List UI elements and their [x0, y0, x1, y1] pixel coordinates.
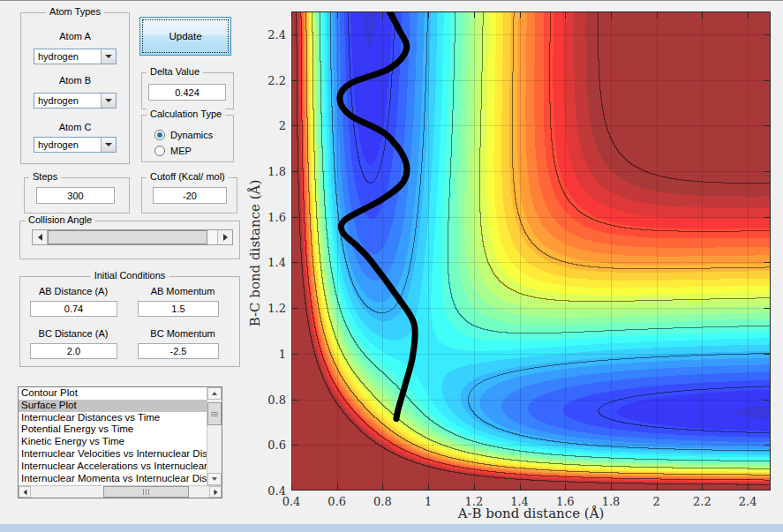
left-arrow-icon [23, 489, 26, 494]
collision-angle-title: Collision Angle [25, 214, 95, 225]
dropdown-arrow-icon[interactable] [101, 94, 116, 108]
slider-thumb[interactable] [48, 230, 207, 244]
ab-distance-field[interactable] [30, 301, 117, 317]
right-arrow-icon [214, 489, 217, 494]
collision-angle-slider[interactable] [32, 229, 233, 245]
dropdown-arrow-icon[interactable] [101, 138, 116, 152]
y-tick-label: 0.8 [267, 393, 286, 406]
contour-plot-canvas [291, 11, 771, 491]
delta-value-title: Delta Value [147, 66, 203, 77]
atom-b-label: Atom B [21, 75, 129, 86]
radio-mep[interactable]: MEP [154, 145, 192, 157]
horizontal-scrollbar[interactable] [19, 485, 222, 498]
scroll-up-button[interactable] [207, 387, 222, 400]
y-tick-label: 2.4 [267, 27, 286, 41]
right-arrow-icon [223, 234, 228, 241]
atom-types-title: Atom Types [46, 6, 104, 17]
y-tick-label: 2.2 [267, 73, 286, 86]
list-item[interactable]: Kinetic Energy vs Time [19, 436, 207, 448]
list-item[interactable]: Internuclear Distances vs Time [19, 412, 207, 424]
atom-c-value: hydrogen [34, 139, 101, 150]
app-window: Atom Types Atom A hydrogen Atom B hydrog… [0, 0, 783, 532]
list-item[interactable]: Surface Plot [19, 400, 207, 412]
down-arrow-icon [212, 477, 217, 481]
ab-momentum-label: AB Momentum [137, 286, 229, 296]
scroll-left-button[interactable] [19, 486, 31, 498]
y-tick-label: 1.2 [267, 302, 286, 315]
window-top-border [0, 0, 783, 1]
calculation-type-title: Calculation Type [147, 109, 225, 119]
list-item[interactable]: Internuclear Velocities vs Internuclear … [19, 448, 207, 461]
y-tick-label: 0.6 [267, 438, 286, 452]
slider-right-arrow-button[interactable] [217, 230, 232, 244]
radio-dynamics-label: Dynamics [170, 130, 213, 140]
up-arrow-icon [212, 392, 217, 395]
slider-left-arrow-button[interactable] [33, 230, 48, 244]
horizontal-scrollbar-thumb[interactable] [103, 486, 189, 498]
atom-types-panel: Atom Types Atom A hydrogen Atom B hydrog… [20, 12, 130, 164]
scroll-right-button[interactable] [209, 486, 222, 498]
atom-a-label: Atom A [21, 31, 129, 41]
thumb-grip-icon [143, 489, 149, 495]
atom-c-label: Atom C [21, 122, 129, 132]
bc-momentum-label: BC Momentum [137, 328, 229, 339]
vertical-scrollbar-thumb[interactable] [207, 402, 222, 425]
ab-momentum-field[interactable] [138, 301, 219, 317]
radio-dynamics[interactable]: Dynamics [154, 129, 213, 141]
y-tick-label: 1.4 [267, 256, 286, 269]
initial-conditions-title: Initial Conditions [91, 270, 169, 281]
cutoff-panel: Cutoff (Kcal/ mol) [141, 177, 237, 214]
calculation-type-panel: Calculation Type Dynamics MEP [141, 115, 234, 162]
bc-distance-field[interactable] [30, 343, 117, 359]
scroll-down-button[interactable] [207, 473, 222, 485]
window-bottom-band [0, 524, 783, 532]
y-tick-label: 1 [279, 347, 286, 360]
list-item[interactable]: Potential Energy vs Time [19, 423, 207, 436]
radio-selected-icon[interactable] [154, 130, 165, 140]
plot-type-list-items: Contour PlotSurface PlotInternuclear Dis… [19, 387, 207, 485]
y-axis-label: B-C bond distance (Å) [247, 180, 263, 327]
delta-value-field[interactable] [148, 84, 226, 101]
radio-unselected-icon[interactable] [154, 146, 165, 156]
atom-a-dropdown[interactable]: hydrogen [34, 49, 117, 64]
x-axis-label: A-B bond distance (Å) [291, 506, 771, 521]
thumb-grip-icon [211, 412, 218, 416]
bc-momentum-field[interactable] [138, 343, 219, 359]
atom-b-value: hydrogen [34, 95, 101, 106]
bc-distance-label: BC Distance (A) [27, 328, 119, 339]
steps-panel: Steps [24, 177, 130, 214]
plot-type-listbox[interactable]: Contour PlotSurface PlotInternuclear Dis… [18, 386, 222, 498]
update-button[interactable]: Update [139, 17, 231, 56]
atom-a-value: hydrogen [34, 51, 101, 62]
steps-title: Steps [29, 171, 61, 182]
y-tick-label: 2 [279, 119, 286, 132]
radio-mep-label: MEP [170, 146, 192, 156]
list-item[interactable]: Internuclear Accelerations vs Internucle… [19, 461, 207, 473]
ab-distance-label: AB Distance (A) [27, 286, 119, 296]
y-tick-label: 0.4 [267, 484, 286, 498]
cutoff-title: Cutoff (Kcal/ mol) [147, 171, 229, 182]
list-item[interactable]: Internuclear Momenta vs Internuclear Dis… [19, 473, 207, 485]
left-arrow-icon [38, 234, 42, 241]
atom-c-dropdown[interactable]: hydrogen [34, 137, 117, 153]
atom-b-dropdown[interactable]: hydrogen [34, 93, 117, 109]
list-item[interactable]: Contour Plot [19, 387, 207, 400]
collision-angle-panel: Collision Angle [19, 221, 240, 259]
dropdown-arrow-icon[interactable] [101, 49, 116, 64]
y-tick-label: 1.6 [267, 210, 286, 223]
vertical-scrollbar[interactable] [207, 387, 222, 485]
delta-value-panel: Delta Value [141, 72, 234, 109]
steps-field[interactable] [36, 187, 115, 204]
y-tick-label: 1.8 [267, 165, 286, 178]
initial-conditions-panel: Initial Conditions AB Distance (A) AB Mo… [19, 276, 240, 367]
cutoff-field[interactable] [153, 187, 227, 204]
